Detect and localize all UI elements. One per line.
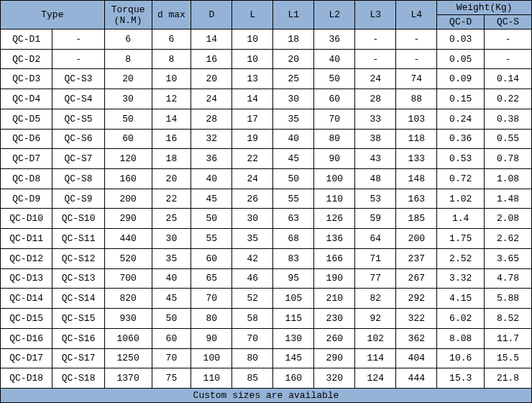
- table-cell: -: [52, 49, 104, 69]
- header-l4: L4: [396, 1, 437, 30]
- table-cell: QC-D14: [1, 289, 52, 309]
- table-cell: 50: [104, 109, 152, 129]
- table-cell: 16: [191, 49, 232, 69]
- table-cell: 110: [191, 368, 232, 389]
- header-l2: L2: [314, 1, 355, 30]
- table-cell: 82: [355, 289, 396, 309]
- table-cell: 90: [191, 328, 232, 348]
- table-cell: 2.62: [485, 229, 532, 249]
- footer-row: Custom sizes are available: [1, 389, 532, 403]
- table-cell: 10: [232, 30, 273, 50]
- table-cell: 118: [396, 129, 437, 149]
- table-cell: 0.09: [437, 69, 485, 89]
- table-cell: 160: [104, 169, 152, 189]
- table-cell: 55: [191, 229, 232, 249]
- table-cell: QC-D17: [1, 348, 52, 368]
- table-cell: 120: [104, 149, 152, 169]
- table-cell: 12: [152, 89, 191, 109]
- table-cell: 30: [104, 89, 152, 109]
- table-cell: -: [396, 49, 437, 69]
- table-cell: 20: [191, 69, 232, 89]
- table-cell: 45: [152, 289, 191, 309]
- table-cell: 64: [355, 229, 396, 249]
- table-cell: 3.65: [485, 248, 532, 268]
- table-cell: 38: [355, 129, 396, 149]
- table-cell: 17: [232, 109, 273, 129]
- table-cell: 36: [314, 30, 355, 50]
- header-qcd: QC-D: [437, 15, 485, 30]
- table-cell: 930: [104, 309, 152, 329]
- table-cell: 362: [396, 328, 437, 348]
- table-cell: 92: [355, 309, 396, 329]
- table-cell: 210: [314, 289, 355, 309]
- table-cell: 25: [152, 209, 191, 229]
- table-cell: 160: [273, 368, 314, 389]
- table-cell: 60: [314, 89, 355, 109]
- table-cell: 68: [273, 229, 314, 249]
- table-cell: 35: [152, 248, 191, 268]
- table-cell: 70: [191, 289, 232, 309]
- table-row: QC-D8QC-S816020402450100481480.721.08: [1, 169, 532, 189]
- table-cell: QC-S16: [52, 328, 104, 348]
- table-cell: 3.32: [437, 268, 485, 289]
- table-cell: QC-D3: [1, 69, 52, 89]
- table-cell: 1.4: [437, 209, 485, 229]
- table-cell: 33: [355, 109, 396, 129]
- table-cell: 2.08: [485, 209, 532, 229]
- table-cell: 55: [273, 189, 314, 209]
- table-cell: 45: [273, 149, 314, 169]
- table-row: QC-D4QC-S430122414306028880.150.22: [1, 89, 532, 109]
- table-cell: 1.48: [485, 189, 532, 209]
- table-cell: QC-D1: [1, 30, 52, 50]
- table-cell: 10.6: [437, 348, 485, 368]
- table-cell: -: [485, 49, 532, 69]
- table-cell: 0.55: [485, 129, 532, 149]
- table-cell: 102: [355, 328, 396, 348]
- table-cell: 26: [232, 189, 273, 209]
- table-cell: QC-D13: [1, 268, 52, 289]
- table-cell: QC-S7: [52, 149, 104, 169]
- table-cell: 60: [152, 328, 191, 348]
- table-cell: 28: [355, 89, 396, 109]
- table-cell: 0.36: [437, 129, 485, 149]
- table-cell: QC-S10: [52, 209, 104, 229]
- table-cell: 185: [396, 209, 437, 229]
- table-cell: 10: [152, 69, 191, 89]
- table-cell: 15.5: [485, 348, 532, 368]
- table-cell: 40: [191, 169, 232, 189]
- table-cell: 40: [152, 268, 191, 289]
- table-cell: 60: [104, 129, 152, 149]
- table-cell: 85: [232, 368, 273, 389]
- table-cell: 520: [104, 248, 152, 268]
- table-cell: QC-S13: [52, 268, 104, 289]
- table-cell: 100: [191, 348, 232, 368]
- table-cell: 22: [152, 189, 191, 209]
- table-cell: QC-S5: [52, 109, 104, 129]
- table-cell: 322: [396, 309, 437, 329]
- table-cell: 0.78: [485, 149, 532, 169]
- table-cell: 18: [152, 149, 191, 169]
- table-cell: 1.02: [437, 189, 485, 209]
- table-cell: 110: [314, 189, 355, 209]
- table-cell: QC-D15: [1, 309, 52, 329]
- table-cell: 80: [232, 348, 273, 368]
- header-d: D: [191, 1, 232, 30]
- table-cell: 6: [152, 30, 191, 50]
- table-cell: 8.08: [437, 328, 485, 348]
- table-row: QC-D12QC-S1252035604283166712372.523.65: [1, 248, 532, 268]
- table-cell: 18: [273, 30, 314, 50]
- table-cell: 163: [396, 189, 437, 209]
- table-cell: -: [52, 30, 104, 50]
- table-cell: 190: [314, 268, 355, 289]
- table-cell: 2.52: [437, 248, 485, 268]
- table-cell: 136: [314, 229, 355, 249]
- table-cell: 126: [314, 209, 355, 229]
- table-cell: 95: [273, 268, 314, 289]
- header-dmax: d max: [152, 1, 191, 30]
- table-cell: QC-S6: [52, 129, 104, 149]
- table-cell: 4.78: [485, 268, 532, 289]
- table-cell: 5.88: [485, 289, 532, 309]
- table-cell: 114: [355, 348, 396, 368]
- table-cell: 700: [104, 268, 152, 289]
- table-cell: 0.72: [437, 169, 485, 189]
